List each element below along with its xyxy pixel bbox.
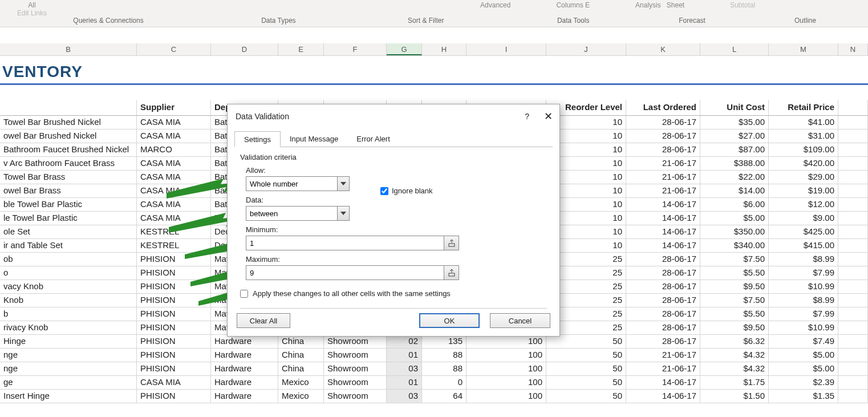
cell[interactable]: ob: [0, 253, 137, 266]
cell[interactable]: 28-06-17: [626, 129, 700, 143]
cell[interactable]: [838, 307, 868, 321]
cell[interactable]: $8.99: [769, 294, 838, 307]
col-K[interactable]: K: [626, 43, 700, 55]
cell[interactable]: 14-06-17: [626, 390, 700, 403]
cell[interactable]: $415.00: [769, 239, 838, 253]
cell[interactable]: PHISION: [137, 321, 211, 335]
cell[interactable]: Mexico: [278, 376, 324, 390]
cell[interactable]: $10.99: [769, 321, 838, 335]
apply-changes-input[interactable]: [240, 290, 248, 298]
cell[interactable]: $14.00: [700, 184, 769, 198]
cell[interactable]: 64: [422, 390, 467, 403]
cell[interactable]: 28-06-17: [626, 307, 700, 321]
table-row[interactable]: HingePHISIONHardwareChinaShowroom0213510…: [0, 335, 868, 349]
cell[interactable]: CASA MIA: [137, 116, 211, 129]
ok-button[interactable]: OK: [419, 313, 480, 328]
cell[interactable]: vacy Knob: [0, 280, 137, 294]
apply-changes-checkbox[interactable]: Apply these changes to all other cells w…: [240, 289, 547, 298]
cell[interactable]: [838, 349, 868, 362]
cell[interactable]: $1.75: [700, 376, 769, 390]
cell[interactable]: Insert Hinge: [0, 390, 137, 403]
cell[interactable]: $5.00: [700, 212, 769, 225]
cell[interactable]: Towel Bar Brass: [0, 171, 137, 184]
cell[interactable]: 100: [467, 349, 546, 362]
cell[interactable]: rivacy Knob: [0, 321, 137, 335]
cell[interactable]: $27.00: [700, 129, 769, 143]
cell[interactable]: nge: [0, 349, 137, 362]
cell[interactable]: $8.99: [769, 253, 838, 266]
cell[interactable]: 14-06-17: [626, 225, 700, 239]
allow-dropdown-button[interactable]: [337, 176, 350, 191]
cell[interactable]: $19.00: [769, 184, 838, 198]
cell[interactable]: China: [278, 349, 324, 362]
cell[interactable]: [838, 362, 868, 376]
cell[interactable]: 28-06-17: [626, 335, 700, 349]
cell[interactable]: $5.00: [769, 362, 838, 376]
col-E[interactable]: E: [278, 43, 324, 55]
col-F[interactable]: F: [324, 43, 387, 55]
cell[interactable]: $2.39: [769, 376, 838, 390]
cell[interactable]: CASA MIA: [137, 129, 211, 143]
cell[interactable]: Knob: [0, 294, 137, 307]
cell[interactable]: 100: [467, 335, 546, 349]
cell[interactable]: 03: [387, 390, 422, 403]
cell[interactable]: $10.99: [769, 280, 838, 294]
cell[interactable]: $9.50: [700, 280, 769, 294]
cell[interactable]: PHISION: [137, 390, 211, 403]
col-B[interactable]: B: [0, 43, 137, 55]
cell[interactable]: 21-06-17: [626, 184, 700, 198]
col-I[interactable]: I: [467, 43, 546, 55]
cell[interactable]: 01: [387, 349, 422, 362]
cell[interactable]: 01: [387, 376, 422, 390]
cell[interactable]: 28-06-17: [626, 321, 700, 335]
tab-input-message[interactable]: Input Message: [281, 131, 347, 147]
cell[interactable]: $7.49: [769, 335, 838, 349]
cell[interactable]: $350.00: [700, 225, 769, 239]
cell[interactable]: Hardware: [211, 362, 278, 376]
col-H[interactable]: H: [422, 43, 467, 55]
cell[interactable]: PHISION: [137, 307, 211, 321]
data-select[interactable]: [246, 206, 337, 221]
ribbon-all[interactable]: All: [28, 1, 35, 9]
cell[interactable]: $6.32: [700, 335, 769, 349]
cell[interactable]: [838, 198, 868, 212]
cell[interactable]: Bathroom Faucet Brushed Nickel: [0, 143, 137, 157]
cell[interactable]: $7.99: [769, 307, 838, 321]
cell[interactable]: $7.50: [700, 253, 769, 266]
cell[interactable]: China: [278, 335, 324, 349]
cell[interactable]: 100: [467, 362, 546, 376]
table-row[interactable]: Insert HingePHISIONHardwareMexicoShowroo…: [0, 390, 868, 403]
cell[interactable]: [838, 171, 868, 184]
clear-all-button[interactable]: Clear All: [237, 313, 290, 328]
maximum-ref-button[interactable]: [444, 265, 459, 280]
ribbon-advanced[interactable]: Advanced: [480, 1, 510, 9]
cell[interactable]: $5.50: [700, 266, 769, 280]
help-icon[interactable]: ?: [525, 112, 529, 121]
cell[interactable]: [838, 335, 868, 349]
col-C[interactable]: C: [137, 43, 211, 55]
cell[interactable]: Towel Bar Brushed Nickel: [0, 116, 137, 129]
cell[interactable]: $1.50: [700, 390, 769, 403]
cell[interactable]: [838, 253, 868, 266]
cell[interactable]: [838, 266, 868, 280]
cell[interactable]: owel Bar Brass: [0, 184, 137, 198]
cell[interactable]: Showroom: [324, 335, 387, 349]
cell[interactable]: 50: [546, 349, 626, 362]
cell[interactable]: $31.00: [769, 129, 838, 143]
minimum-ref-button[interactable]: [444, 236, 459, 250]
allow-select[interactable]: [246, 176, 337, 191]
cell[interactable]: $340.00: [700, 239, 769, 253]
cell[interactable]: 14-06-17: [626, 376, 700, 390]
cell[interactable]: owel Bar Brushed Nickel: [0, 129, 137, 143]
cell[interactable]: CASA MIA: [137, 376, 211, 390]
cell[interactable]: MARCO: [137, 143, 211, 157]
cell[interactable]: [838, 225, 868, 239]
table-row[interactable]: ngePHISIONHardwareChinaShowroom018810050…: [0, 349, 868, 362]
cell[interactable]: $87.00: [700, 143, 769, 157]
cell[interactable]: Hinge: [0, 335, 137, 349]
maximum-input[interactable]: [246, 265, 444, 280]
col-N[interactable]: N: [838, 43, 868, 55]
cell[interactable]: 50: [546, 362, 626, 376]
cell[interactable]: b: [0, 307, 137, 321]
cell[interactable]: 28-06-17: [626, 280, 700, 294]
